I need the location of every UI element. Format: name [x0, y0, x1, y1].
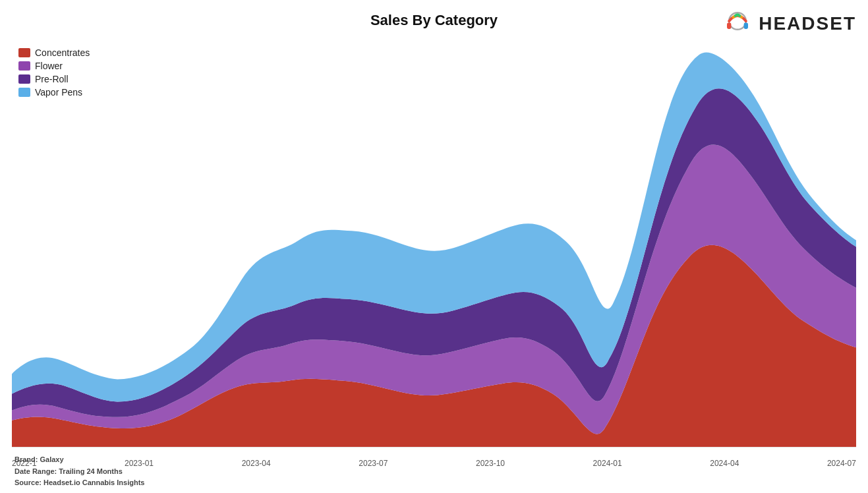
footer-brand-label: Brand: [14, 455, 38, 463]
chart-container: Sales By Category HEADSET Concentrates F… [0, 0, 868, 493]
x-label-2: 2023-04 [242, 459, 271, 468]
footer-source-value: Headset.io Cannabis Insights [43, 478, 144, 486]
x-label-5: 2024-01 [593, 459, 622, 468]
headset-logo-icon [722, 8, 753, 40]
svg-rect-2 [744, 22, 748, 29]
footer-info: Brand: Galaxy Date Range: Trailing 24 Mo… [14, 454, 144, 489]
footer-date-range-value: Trailing 24 Months [59, 467, 123, 475]
footer-brand-value: Galaxy [40, 455, 64, 463]
x-label-6: 2024-04 [710, 459, 739, 468]
footer-source-label: Source: [14, 478, 42, 486]
svg-rect-1 [727, 22, 731, 29]
x-label-3: 2023-07 [359, 459, 388, 468]
footer-date-range: Date Range: Trailing 24 Months [14, 466, 144, 478]
x-label-7: 2024-07 [827, 459, 856, 468]
footer-source: Source: Headset.io Cannabis Insights [14, 477, 144, 489]
headset-logo: HEADSET [722, 8, 856, 40]
chart-svg [12, 43, 856, 453]
footer-date-range-label: Date Range: [14, 467, 57, 475]
x-label-4: 2023-10 [476, 459, 505, 468]
headset-logo-text: HEADSET [759, 13, 856, 34]
chart-area [12, 43, 856, 453]
footer-brand: Brand: Galaxy [14, 454, 144, 466]
